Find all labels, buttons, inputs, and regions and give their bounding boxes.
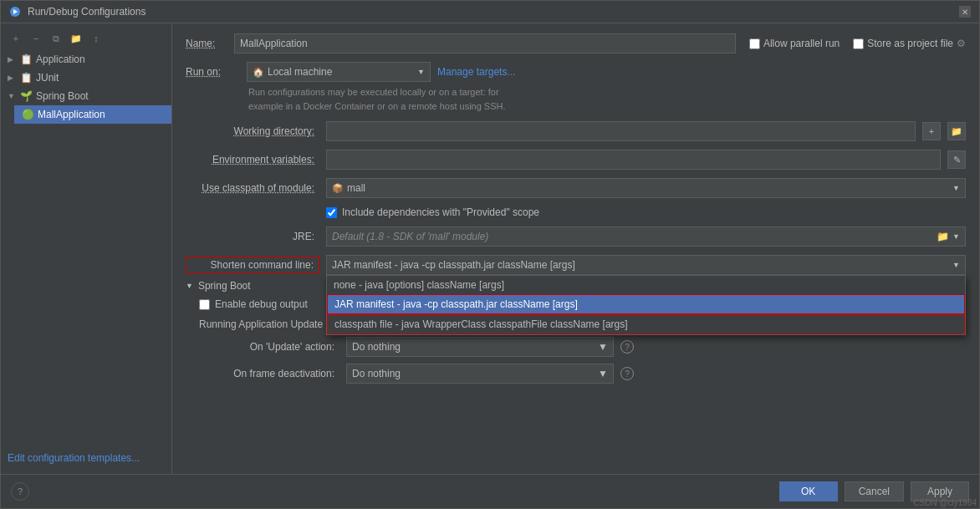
sidebar-item-label: Spring Boot [36, 90, 89, 102]
title-bar: Run/Debug Configurations ✕ [1, 1, 979, 23]
manage-targets-link[interactable]: Manage targets... [437, 66, 515, 78]
sidebar-item-label: MallApplication [38, 109, 105, 120]
section-arrow-icon: ▼ [186, 282, 193, 290]
application-icon: 📋 [19, 53, 33, 66]
working-dir-add-btn[interactable]: + [922, 122, 941, 140]
on-frame-dropdown[interactable]: Do nothing ▼ [346, 364, 614, 384]
name-input[interactable] [234, 33, 736, 53]
arrow-icon: ▶ [8, 74, 16, 82]
bottom-bar: ? OK Cancel Apply [1, 474, 979, 508]
run-on-row: Run on: 🏠 Local machine ▼ Manage targets… [186, 62, 966, 82]
dialog-icon [9, 6, 21, 18]
shorten-cmd-label: Shorten command line: [186, 257, 319, 273]
classpath-label: Use classpath of module: [186, 182, 319, 194]
dropdown-arrow-icon: ▼ [417, 68, 425, 76]
add-icon[interactable]: + [8, 30, 24, 47]
sidebar-item-label: Application [36, 53, 85, 65]
on-update-dropdown[interactable]: Do nothing ▼ [346, 337, 614, 357]
on-update-row: On 'Update' action: Do nothing ▼ ? [206, 337, 966, 357]
sidebar-item-spring-boot[interactable]: ▼ 🌱 Spring Boot [1, 87, 171, 105]
on-update-value: Do nothing [352, 341, 401, 353]
include-deps-row: Include dependencies with "Provided" sco… [326, 206, 966, 218]
jre-select[interactable]: Default (1.8 - SDK of 'mall' module) 📁 ▼ [326, 227, 966, 247]
on-frame-label: On frame deactivation: [206, 368, 339, 379]
run-on-dropdown[interactable]: 🏠 Local machine ▼ [247, 62, 431, 82]
dialog-title: Run/Debug Configurations [28, 6, 952, 18]
spring-boot-children: 🟢 MallApplication [1, 105, 171, 124]
hint-line-2: example in a Docker Container or on a re… [248, 99, 966, 114]
jre-value: Default (1.8 - SDK of 'mall' module) [332, 231, 488, 242]
main-content: + − ⧉ 📁 ↕ ▶ 📋 Application ▶ 📋 JUnit ▼ 🌱 [1, 23, 979, 474]
on-frame-value: Do nothing [352, 368, 401, 379]
on-frame-help-icon[interactable]: ? [620, 367, 634, 380]
jre-row: JRE: Default (1.8 - SDK of 'mall' module… [186, 227, 966, 247]
on-update-arrow: ▼ [598, 341, 608, 353]
hint-text: Run configurations may be executed local… [248, 85, 966, 113]
shorten-cmd-popup: none - java [options] className [args] J… [326, 275, 966, 335]
env-vars-edit-btn[interactable]: ✎ [947, 150, 966, 169]
home-icon: 🏠 [253, 67, 264, 78]
top-checkboxes: Allow parallel run Store as project file… [749, 38, 966, 49]
dropdown-item-jar[interactable]: JAR manifest - java -cp classpath.jar cl… [327, 294, 965, 314]
classpath-value: mall [347, 182, 365, 194]
store-project-label: Store as project file [867, 38, 953, 49]
include-deps-checkbox[interactable] [326, 207, 337, 218]
classpath-row: Use classpath of module: 📦 mall ▼ [186, 178, 966, 198]
store-project-checkbox[interactable] [853, 38, 864, 49]
hint-line-1: Run configurations may be executed local… [248, 85, 966, 99]
name-label: Name: [186, 38, 227, 49]
run-debug-dialog: Run/Debug Configurations ✕ + − ⧉ 📁 ↕ ▶ 📋… [0, 0, 980, 509]
module-dropdown-arrow: ▼ [952, 184, 960, 192]
enable-debug-checkbox[interactable] [199, 299, 210, 310]
cancel-button[interactable]: Cancel [845, 481, 904, 501]
close-button[interactable]: ✕ [959, 6, 971, 18]
folder-icon[interactable]: 📁 [68, 30, 84, 47]
sidebar: + − ⧉ 📁 ↕ ▶ 📋 Application ▶ 📋 JUnit ▼ 🌱 [1, 23, 172, 474]
allow-parallel-row: Allow parallel run [749, 38, 840, 49]
ok-button[interactable]: OK [779, 481, 838, 501]
jre-folder-icon: 📁 [937, 231, 949, 242]
working-dir-folder-btn[interactable]: 📁 [947, 122, 966, 140]
name-row: Name: Allow parallel run Store as projec… [186, 33, 966, 53]
edit-templates-link[interactable]: Edit configuration templates... [1, 445, 171, 471]
help-button[interactable]: ? [11, 482, 29, 501]
run-on-value: Local machine [268, 66, 332, 78]
sidebar-item-application[interactable]: ▶ 📋 Application [1, 50, 171, 69]
on-frame-arrow: ▼ [598, 368, 608, 379]
env-vars-input[interactable] [326, 150, 941, 170]
module-icon: 📦 [332, 183, 344, 194]
store-project-row: Store as project file ⚙ [853, 38, 966, 49]
classpath-module-select[interactable]: 📦 mall ▼ [326, 178, 966, 198]
include-deps-label: Include dependencies with "Provided" sco… [342, 206, 539, 218]
env-vars-label: Environment variables: [186, 154, 319, 165]
shorten-cmd-row: Shorten command line: JAR manifest - jav… [186, 255, 966, 275]
sort-icon[interactable]: ↕ [88, 30, 105, 47]
sidebar-toolbar: + − ⧉ 📁 ↕ [1, 27, 171, 50]
working-dir-label: Working directory: [186, 125, 319, 137]
copy-icon[interactable]: ⧉ [48, 30, 64, 47]
allow-parallel-label: Allow parallel run [763, 38, 840, 49]
remove-icon[interactable]: − [28, 30, 44, 47]
dropdown-item-classpath[interactable]: classpath file - java WrapperClass class… [327, 314, 965, 334]
sidebar-item-label: JUnit [36, 72, 59, 84]
on-update-label: On 'Update' action: [206, 341, 339, 353]
on-update-help-icon[interactable]: ? [620, 340, 634, 354]
sidebar-item-junit[interactable]: ▶ 📋 JUnit [1, 69, 171, 87]
window-controls: ✕ [959, 6, 971, 18]
enable-debug-label: Enable debug output [215, 298, 308, 310]
arrow-icon: ▶ [8, 55, 16, 64]
dropdown-item-none[interactable]: none - java [options] className [args] [327, 276, 965, 294]
env-vars-row: Environment variables: ✎ [186, 150, 966, 170]
sidebar-item-mall-application[interactable]: 🟢 MallApplication [14, 105, 171, 124]
on-frame-row: On frame deactivation: Do nothing ▼ ? [206, 364, 966, 384]
working-dir-row: Working directory: + 📁 [186, 121, 966, 141]
shorten-cmd-dropdown[interactable]: JAR manifest - java -cp classpath.jar cl… [326, 255, 966, 275]
spring-boot-title: Spring Boot [198, 280, 251, 292]
gear-icon[interactable]: ⚙ [957, 38, 966, 49]
working-dir-input[interactable] [326, 121, 916, 141]
spring-boot-icon: 🌱 [19, 89, 33, 103]
app-run-icon: 🟢 [21, 108, 34, 121]
config-panel: Name: Allow parallel run Store as projec… [172, 23, 979, 474]
shorten-cmd-arrow: ▼ [952, 261, 960, 269]
allow-parallel-checkbox[interactable] [749, 38, 760, 49]
